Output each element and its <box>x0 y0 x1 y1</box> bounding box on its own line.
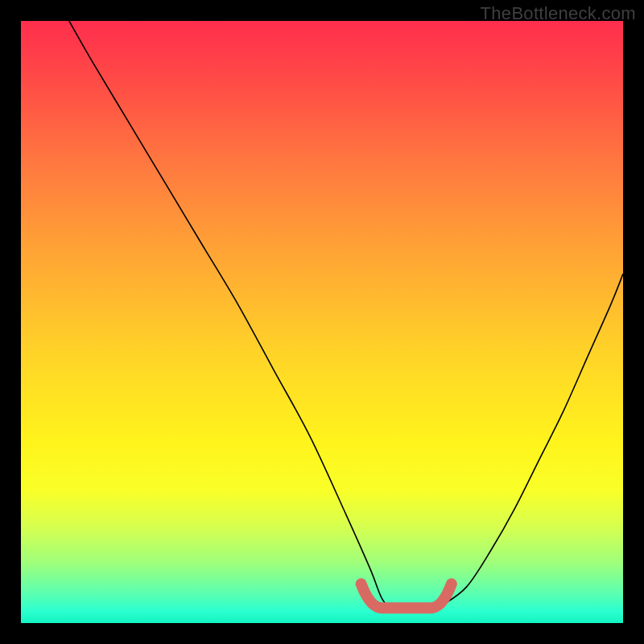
bottleneck-curve <box>69 21 623 612</box>
curve-svg <box>21 21 623 623</box>
plot-area <box>21 21 623 623</box>
chart-container: TheBottleneck.com <box>0 0 644 644</box>
optimal-segment-highlight <box>361 584 452 608</box>
